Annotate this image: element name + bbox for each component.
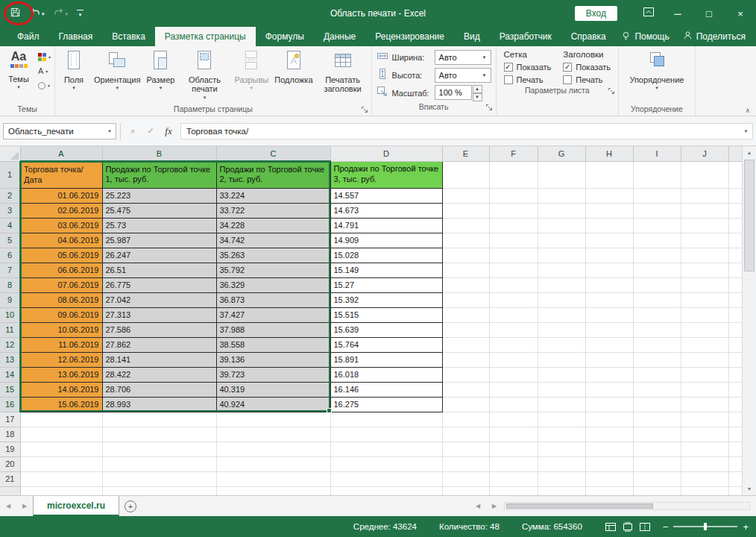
cell-D2[interactable]: 14.557 [330,188,442,203]
cell-H2[interactable] [585,188,633,203]
background-button[interactable]: A Подложка [271,47,315,102]
cell-I22[interactable] [633,486,681,495]
cell-B18[interactable] [102,427,216,442]
cell-E7[interactable] [442,263,489,277]
cell-D3[interactable]: 14.673 [330,203,442,218]
row-header-19[interactable]: 19 [0,442,20,456]
zoom-out-button[interactable]: − [663,522,669,532]
cell-G9[interactable] [538,292,585,307]
cell-G2[interactable] [538,188,585,203]
row-header-15[interactable]: 15 [0,382,20,397]
add-sheet-button[interactable]: + [119,496,142,516]
select-all-button[interactable] [0,146,20,161]
cell-J14[interactable] [681,367,728,382]
row-header-2[interactable]: 2 [0,188,20,203]
row-header-12[interactable]: 12 [0,337,20,352]
cell-H9[interactable] [585,292,633,307]
cell-H4[interactable] [585,218,633,233]
scale-to-fit-dialog-launcher-icon[interactable] [485,103,494,112]
cell-F17[interactable] [489,412,538,427]
sheet-nav-left-icon[interactable]: ◀ [0,496,16,516]
cell-D19[interactable] [330,442,442,456]
cell-E9[interactable] [442,292,489,307]
cell-D15[interactable]: 16.146 [330,382,442,397]
arrange-button[interactable]: Упорядочение ▾ [630,47,684,102]
cell-H19[interactable] [585,442,633,456]
cell-B21[interactable] [102,471,216,486]
cell-H16[interactable] [585,397,633,412]
cell-E8[interactable] [442,277,489,292]
cell-C20[interactable] [216,456,330,471]
cell-H18[interactable] [585,427,633,442]
cell-D22[interactable] [330,486,442,495]
cell-E21[interactable] [442,471,489,486]
cell-A3[interactable]: 02.06.2019 [20,203,102,218]
cell-B3[interactable]: 25.475 [102,203,216,218]
cell-G8[interactable] [538,277,585,292]
cell-F2[interactable] [489,188,538,203]
scale-spinner[interactable]: ▲ ▼ [473,85,482,101]
cell-C21[interactable] [216,471,330,486]
cell-E3[interactable] [442,203,489,218]
cell-A10[interactable]: 09.06.2019 [20,307,102,322]
hscroll-right-icon[interactable]: ▶ [486,496,503,516]
cell-H12[interactable] [585,337,633,352]
column-header-H[interactable]: H [585,146,633,161]
cell-E22[interactable] [442,486,489,495]
cell-F21[interactable] [489,471,538,486]
cell-G14[interactable] [538,367,585,382]
cell-A4[interactable]: 03.06.2019 [20,218,102,233]
cell-C19[interactable] [216,442,330,456]
tab-review[interactable]: Рецензирование [365,27,454,46]
cell-C7[interactable]: 35.792 [216,263,330,277]
cell-I15[interactable] [633,382,681,397]
cell-I6[interactable] [633,248,681,263]
cell-J18[interactable] [681,427,728,442]
cell-A7[interactable]: 06.06.2019 [20,263,102,277]
cell-H13[interactable] [585,352,633,367]
cell-I13[interactable] [633,352,681,367]
cell-I2[interactable] [633,188,681,203]
cell-F22[interactable] [489,486,538,495]
row-header-4[interactable]: 4 [0,218,20,233]
tab-home[interactable]: Главная [49,27,103,46]
cell-J22[interactable] [681,486,728,495]
vertical-scrollbar-thumb[interactable] [744,160,755,271]
cell-B15[interactable]: 28.706 [102,382,216,397]
cell-A12[interactable]: 11.06.2019 [20,337,102,352]
cell-J1[interactable] [681,161,728,188]
row-header-14[interactable]: 14 [0,367,20,382]
cell-C12[interactable]: 38.558 [216,337,330,352]
page-break-view-button[interactable] [639,522,651,532]
column-header-G[interactable]: G [538,146,585,161]
gridlines-print-checkbox[interactable]: Печать [504,75,552,84]
cell-F14[interactable] [489,367,538,382]
cell-G1[interactable] [538,161,585,188]
cell-D11[interactable]: 15.639 [330,322,442,337]
cell-B12[interactable]: 27.862 [102,337,216,352]
cell-G19[interactable] [538,442,585,456]
cell-F19[interactable] [489,442,538,456]
confirm-entry-button[interactable]: ✓ [142,123,160,139]
cell-H5[interactable] [585,233,633,248]
cell-E4[interactable] [442,218,489,233]
cell-C3[interactable]: 33.722 [216,203,330,218]
cell-F10[interactable] [489,307,538,322]
cell-G6[interactable] [538,248,585,263]
cell-C11[interactable]: 37.988 [216,322,330,337]
status-count[interactable]: Количество: 48 [439,522,500,531]
cell-I20[interactable] [633,456,681,471]
tab-page-layout[interactable]: Разметка страницы [155,27,256,46]
cell-B16[interactable]: 28.993 [102,397,216,412]
cell-B1[interactable]: Продажи по Торговой точке 1, тыс. руб. [102,161,216,188]
vertical-scrollbar[interactable]: ▲ ▼ [742,146,756,495]
insert-function-button[interactable]: fx [160,123,177,139]
cell-A8[interactable]: 07.06.2019 [20,277,102,292]
cell-E5[interactable] [442,233,489,248]
cell-D7[interactable]: 15.149 [330,263,442,277]
cell-I9[interactable] [633,292,681,307]
row-header-5[interactable]: 5 [0,233,20,248]
zoom-slider[interactable] [673,526,737,527]
cell-G17[interactable] [538,412,585,427]
cell-A17[interactable] [20,412,102,427]
